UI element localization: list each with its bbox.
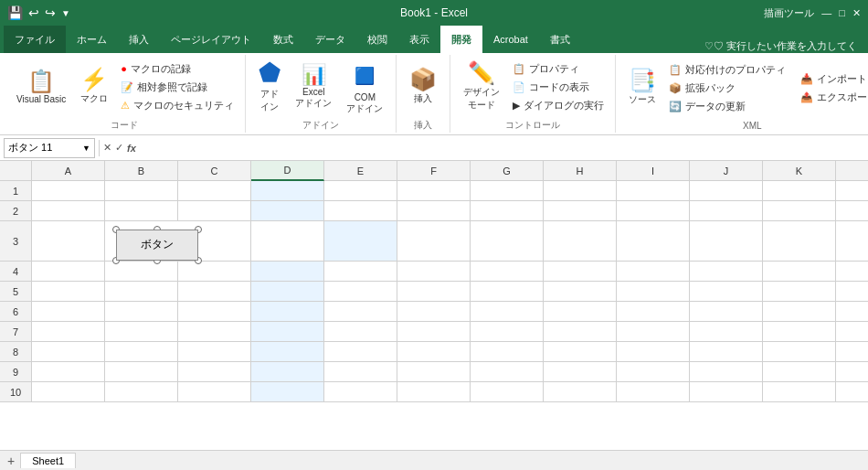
cell-B7[interactable] — [105, 322, 178, 342]
cell-F5[interactable] — [397, 282, 471, 302]
minimize-icon[interactable]: — — [821, 7, 831, 18]
cell-A5[interactable] — [32, 282, 105, 302]
cell-D5[interactable] — [251, 282, 324, 302]
row-header-6[interactable]: 6 — [0, 302, 32, 322]
tab-drawing[interactable]: 書式 — [539, 26, 581, 53]
row-header-1[interactable]: 1 — [0, 181, 32, 201]
col-header-F[interactable]: F — [397, 161, 471, 181]
cell-F4[interactable] — [397, 262, 471, 282]
cell-A7[interactable] — [32, 322, 105, 342]
cell-G1[interactable] — [471, 181, 544, 201]
cell-K3[interactable] — [836, 221, 868, 262]
cell-I8[interactable] — [617, 342, 690, 362]
save-icon[interactable]: 💾 — [7, 5, 23, 20]
cell-I3[interactable] — [690, 221, 763, 262]
tab-developer[interactable]: 開発 — [440, 26, 482, 53]
cell-J4[interactable] — [690, 262, 763, 282]
cell-K10[interactable] — [763, 382, 836, 402]
cell-B1[interactable] — [105, 181, 178, 201]
cell-B2[interactable] — [105, 201, 178, 221]
cell-E3[interactable] — [397, 221, 471, 262]
cell-D1[interactable] — [251, 181, 324, 201]
cell-C8[interactable] — [178, 342, 251, 362]
cell-I1[interactable] — [617, 181, 690, 201]
cell-H8[interactable] — [544, 342, 617, 362]
com-addin-button[interactable]: 🟦 COMアドイン — [341, 57, 388, 117]
tab-insert[interactable]: 挿入 — [118, 26, 160, 53]
cell-C6[interactable] — [178, 302, 251, 322]
col-header-H[interactable]: H — [544, 161, 617, 181]
macro-button[interactable]: ⚡ マクロ — [75, 57, 113, 117]
cell-K7[interactable] — [763, 322, 836, 342]
tab-pagelayout[interactable]: ページレイアウト — [160, 26, 262, 53]
cell-G6[interactable] — [471, 302, 544, 322]
cell-F2[interactable] — [397, 201, 471, 221]
cell-L6[interactable] — [836, 302, 868, 322]
cell-E4[interactable] — [324, 262, 397, 282]
import-button[interactable]: 📥 インポート — [797, 70, 868, 88]
cell-A4[interactable] — [32, 262, 105, 282]
cell-B3[interactable]: ボタン — [105, 221, 251, 262]
cell-F7[interactable] — [397, 322, 471, 342]
cell-A8[interactable] — [32, 342, 105, 362]
quick-access-more[interactable]: ▼ — [61, 8, 70, 18]
cell-E2[interactable] — [324, 201, 397, 221]
col-header-A[interactable]: A — [32, 161, 105, 181]
record-macro-button[interactable]: ● マクロの記録 — [117, 60, 238, 78]
cell-F8[interactable] — [397, 342, 471, 362]
col-header-J[interactable]: J — [690, 161, 763, 181]
cell-J5[interactable] — [690, 282, 763, 302]
cell-B10[interactable] — [105, 382, 178, 402]
cell-G8[interactable] — [471, 342, 544, 362]
cell-G5[interactable] — [471, 282, 544, 302]
cell-F10[interactable] — [397, 382, 471, 402]
cell-D9[interactable] — [251, 362, 324, 382]
macro-security-button[interactable]: ⚠ マクロのセキュリティ — [117, 97, 238, 114]
cell-H10[interactable] — [544, 382, 617, 402]
cell-E1[interactable] — [324, 181, 397, 201]
cell-H5[interactable] — [544, 282, 617, 302]
cell-K8[interactable] — [763, 342, 836, 362]
redo-icon[interactable]: ↪ — [45, 5, 56, 20]
cell-J2[interactable] — [690, 201, 763, 221]
cell-D10[interactable] — [251, 382, 324, 402]
relative-ref-button[interactable]: 📝 相対参照で記録 — [117, 79, 238, 96]
cell-E5[interactable] — [324, 282, 397, 302]
cell-B8[interactable] — [105, 342, 178, 362]
sheet-tab-1[interactable]: Sheet1 — [20, 453, 76, 468]
row-header-2[interactable]: 2 — [0, 201, 32, 221]
cancel-formula-icon[interactable]: ✕ — [103, 142, 111, 154]
source-button[interactable]: 📑 ソース — [623, 58, 662, 118]
cell-D3[interactable] — [251, 221, 324, 262]
cell-H6[interactable] — [544, 302, 617, 322]
visual-basic-button[interactable]: 📋 Visual Basic — [11, 57, 71, 117]
cell-B6[interactable] — [105, 302, 178, 322]
view-code-button[interactable]: 📄 コードの表示 — [509, 79, 608, 96]
export-button[interactable]: 📤 エクスポート — [797, 89, 868, 106]
cell-G2[interactable] — [471, 201, 544, 221]
cell-D4[interactable] — [251, 262, 324, 282]
col-header-E[interactable]: E — [324, 161, 397, 181]
cell-J7[interactable] — [690, 322, 763, 342]
row-header-5[interactable]: 5 — [0, 282, 32, 302]
cell-D6[interactable] — [251, 302, 324, 322]
cell-L7[interactable] — [836, 322, 868, 342]
cell-B9[interactable] — [105, 362, 178, 382]
function-icon[interactable]: fx — [127, 143, 136, 154]
refresh-data-button[interactable]: 🔄 データの更新 — [665, 98, 789, 115]
cell-K1[interactable] — [763, 181, 836, 201]
insert-button[interactable]: 📦 挿入 — [404, 57, 442, 117]
cell-C5[interactable] — [178, 282, 251, 302]
cell-I6[interactable] — [617, 302, 690, 322]
run-dialog-button[interactable]: ▶ ダイアログの実行 — [509, 97, 608, 114]
undo-icon[interactable]: ↩ — [28, 5, 39, 20]
row-header-4[interactable]: 4 — [0, 262, 32, 282]
cell-E10[interactable] — [324, 382, 397, 402]
cell-K5[interactable] — [763, 282, 836, 302]
cell-D2[interactable] — [251, 201, 324, 221]
cell-L1[interactable] — [836, 181, 868, 201]
cell-G7[interactable] — [471, 322, 544, 342]
cell-H4[interactable] — [544, 262, 617, 282]
cell-C2[interactable] — [178, 201, 251, 221]
cell-C7[interactable] — [178, 322, 251, 342]
